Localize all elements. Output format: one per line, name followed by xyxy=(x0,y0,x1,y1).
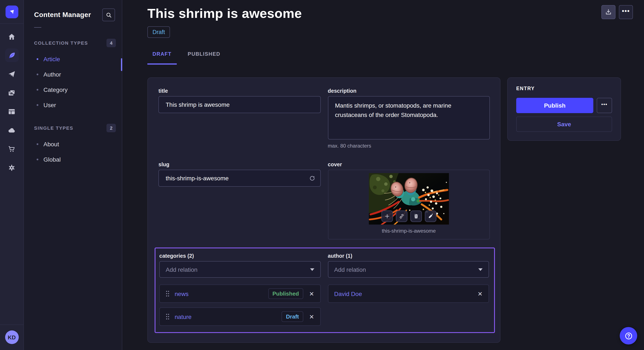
relation-status-badge: Draft xyxy=(282,311,303,322)
chevron-down-icon xyxy=(478,268,482,271)
categories-add-relation-select[interactable]: Add relation xyxy=(159,261,320,278)
remove-relation-icon[interactable]: ✕ xyxy=(309,291,314,297)
bullet-icon xyxy=(37,159,38,160)
export-button[interactable] xyxy=(602,5,616,19)
search-button[interactable] xyxy=(102,8,115,21)
sidebar-item-author[interactable]: Author xyxy=(24,67,122,82)
edit-form-panel: title description Mantis shrimps, or sto… xyxy=(147,77,500,343)
author-add-relation-select[interactable]: Add relation xyxy=(328,261,489,278)
slug-input[interactable] xyxy=(158,170,320,187)
more-icon: ••• xyxy=(622,11,630,13)
nav-home[interactable] xyxy=(5,30,18,43)
releases-paper-plane-icon xyxy=(8,70,16,78)
help-button[interactable] xyxy=(620,327,637,345)
main-nav-rail: KD xyxy=(0,0,24,350)
bullet-icon xyxy=(37,104,38,106)
sidebar-item-global[interactable]: Global xyxy=(24,152,122,167)
collection-types-count-badge: 4 xyxy=(106,39,116,47)
cover-copy-link-button[interactable] xyxy=(396,210,408,222)
settings-gear-icon xyxy=(8,164,16,172)
single-types-heading: SINGLE TYPES xyxy=(34,126,73,131)
single-types-count-badge: 2 xyxy=(106,124,116,132)
content-feather-icon xyxy=(8,51,16,59)
relation-link-nature[interactable]: nature xyxy=(175,313,192,320)
bullet-icon xyxy=(37,143,38,145)
nav-media-library[interactable] xyxy=(5,86,18,100)
cover-media-card: this-shrimp-is-awesome xyxy=(328,170,490,239)
bullet-icon xyxy=(37,74,38,75)
cover-edit-button[interactable] xyxy=(425,210,436,222)
categories-field-label: categories (2) xyxy=(159,253,320,259)
title-input[interactable] xyxy=(158,96,320,113)
strapi-logo-glyph xyxy=(8,8,15,15)
strapi-logo[interactable] xyxy=(5,5,18,18)
header-more-button[interactable]: ••• xyxy=(619,5,633,19)
delete-icon xyxy=(413,213,419,219)
search-icon xyxy=(106,12,112,18)
author-placeholder: Add relation xyxy=(334,266,366,273)
drag-handle-icon[interactable] xyxy=(166,291,170,297)
nav-content-type-builder[interactable] xyxy=(5,105,18,118)
home-icon xyxy=(8,32,16,41)
entry-panel-title: ENTRY xyxy=(516,86,612,91)
sidebar-item-user[interactable]: User xyxy=(24,97,122,113)
more-icon: ••• xyxy=(601,104,607,107)
sidebar-item-label: Article xyxy=(44,56,60,62)
nav-releases[interactable] xyxy=(5,67,18,81)
remove-relation-icon[interactable]: ✕ xyxy=(478,291,482,297)
link-icon xyxy=(399,213,404,219)
cover-toolbar xyxy=(382,210,436,222)
download-icon xyxy=(605,8,612,16)
nav-cloud[interactable] xyxy=(5,123,18,137)
relation-row-news: news Published ✕ xyxy=(159,285,320,303)
relation-link-david-doe[interactable]: David Doe xyxy=(334,290,362,297)
relation-link-news[interactable]: news xyxy=(175,290,188,297)
single-types-list: About Global xyxy=(24,137,122,167)
sidebar-item-label: Global xyxy=(44,156,61,163)
collection-types-list: Article Author Category User xyxy=(24,51,122,113)
tab-published[interactable]: PUBLISHED xyxy=(182,48,225,65)
sidebar-title: Content Manager xyxy=(34,11,91,19)
cover-filename: this-shrimp-is-awesome xyxy=(382,228,436,234)
drag-handle-icon[interactable] xyxy=(166,313,170,320)
author-field-label: author (1) xyxy=(328,253,489,259)
regenerate-slug-button[interactable] xyxy=(308,175,316,181)
relation-row-nature: nature Draft ✕ xyxy=(159,308,320,326)
main-content: ••• This shrimp is awesome Draft DRAFT P… xyxy=(122,0,644,350)
entry-more-button[interactable]: ••• xyxy=(597,98,612,113)
relation-row-david-doe: David Doe ✕ xyxy=(328,285,489,303)
tab-draft[interactable]: DRAFT xyxy=(147,48,176,65)
nav-marketplace[interactable] xyxy=(5,142,18,156)
user-avatar[interactable]: KD xyxy=(5,331,18,344)
sidebar-item-label: Author xyxy=(44,71,61,78)
header-actions: ••• xyxy=(602,5,633,19)
cover-add-button[interactable] xyxy=(382,210,393,222)
publish-button[interactable]: Publish xyxy=(516,98,593,113)
refresh-icon xyxy=(308,175,316,181)
sidebar-divider xyxy=(34,27,41,28)
relation-status-badge: Published xyxy=(268,288,303,299)
remove-relation-icon[interactable]: ✕ xyxy=(309,314,314,320)
entry-panel: ENTRY Publish ••• Save xyxy=(507,77,621,141)
relations-highlight-box: categories (2) Add relation news Publ xyxy=(154,247,495,333)
description-helper-text: max. 80 characters xyxy=(328,143,490,149)
cloud-icon xyxy=(8,126,16,134)
title-field-label: title xyxy=(158,88,320,94)
description-textarea[interactable]: Mantis shrimps, or stomatopods, are mari… xyxy=(328,96,490,140)
nav-settings[interactable] xyxy=(5,161,18,174)
cover-field-label: cover xyxy=(328,162,490,168)
sidebar-item-article[interactable]: Article xyxy=(24,51,122,67)
sidebar-item-label: Category xyxy=(44,86,68,93)
categories-placeholder: Add relation xyxy=(166,266,198,273)
nav-content-manager[interactable] xyxy=(5,48,18,62)
app-root: KD Content Manager COLLECTION TYPES 4 Ar… xyxy=(0,0,644,350)
sidebar-item-category[interactable]: Category xyxy=(24,82,122,97)
content-manager-sidebar: Content Manager COLLECTION TYPES 4 Artic… xyxy=(24,0,122,350)
content-type-builder-layout-icon xyxy=(8,107,16,116)
sidebar-item-about[interactable]: About xyxy=(24,137,122,152)
cover-delete-button[interactable] xyxy=(410,210,422,222)
bullet-icon xyxy=(37,89,38,91)
sidebar-item-label: About xyxy=(44,141,59,148)
collection-types-heading: COLLECTION TYPES xyxy=(34,40,88,45)
save-button[interactable]: Save xyxy=(516,117,612,132)
